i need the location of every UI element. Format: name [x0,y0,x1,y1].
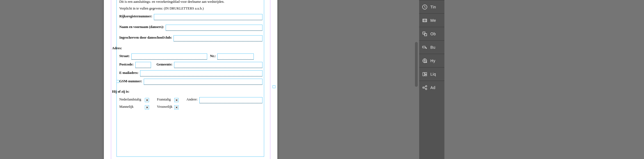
label-email: E-mailadres: [119,71,138,76]
hyperlinks-icon [422,58,428,64]
share-icon [422,85,428,90]
panel-object-states[interactable]: Ob [419,27,444,40]
field-email[interactable] [140,70,262,76]
field-gsm[interactable] [144,79,262,85]
panel-label: Ob [430,32,436,36]
label-mannelijk: Mannelijk [119,104,143,109]
liquid-layout-icon [422,71,428,77]
panel-timing[interactable]: Tin [419,0,444,13]
mandatory-text: Verplicht in te vullen gegevens: (IN DRU… [119,6,262,11]
svg-rect-4 [423,46,425,48]
document-content: Dit is een aansluitings- en verzekerings… [119,0,262,111]
panel-label: Bu [430,45,435,50]
checkbox-franstalig[interactable] [174,98,179,102]
right-panel-strip: Tin Me Ob Bu Hy Liq Ad [419,0,444,159]
label-andere: Andere: [186,97,198,102]
panel-buttons[interactable]: Bu [419,40,444,54]
label-nederlandstalig: Nederlandstalig [119,97,143,102]
svg-rect-1 [423,19,427,22]
label-postcode: Postcode: [119,62,134,67]
frame-handle-left[interactable] [117,80,119,83]
label-rijksregister: Rijksregisternummer: [119,14,152,19]
label-straat: Straat: [119,54,130,59]
vertical-scrollbar[interactable] [415,42,418,87]
object-states-icon [422,31,428,37]
section-hijzij: Hij of zij is: [112,85,262,96]
checkbox-mannelijk[interactable] [145,105,149,109]
panel-label: Ad [430,85,435,90]
frame-handle-right[interactable] [273,85,275,88]
panel-hyperlinks[interactable]: Hy [419,54,444,67]
svg-rect-8 [425,75,427,76]
label-ingeschreven: Ingeschreven door dansschool/club: [119,35,172,40]
svg-point-9 [423,87,424,88]
svg-point-10 [426,85,427,87]
label-nr: Nr.: [210,54,216,59]
field-postcode[interactable] [135,62,151,68]
panel-adobe[interactable]: Ad [419,81,444,94]
checkbox-vrouwelijk[interactable] [174,105,179,109]
svg-rect-3 [424,34,427,36]
page: Dit is een aansluitings- en verzekerings… [104,0,277,159]
label-naam: Naam en voornaam (dansers): [119,25,164,30]
panel-label: Hy [430,59,435,63]
field-rijksregister[interactable] [154,14,262,20]
field-ingeschreven[interactable] [173,35,262,41]
field-nr[interactable] [217,53,254,60]
label-franstalig: Franstalig [157,97,173,102]
panel-liquid[interactable]: Liq [419,67,444,81]
field-andere[interactable] [199,97,262,103]
section-adres: Adres: [112,42,262,53]
field-gemeente[interactable] [174,62,262,68]
field-straat[interactable] [131,53,207,60]
media-icon [422,18,428,23]
checkbox-nederlandstalig[interactable] [145,98,149,102]
label-gemeente: Gemeente: [157,62,173,67]
document-pasteboard[interactable]: Dit is een aansluitings- en verzekerings… [0,0,415,159]
panel-label: Me [430,18,436,23]
panel-label: Liq [430,72,436,76]
svg-rect-7 [425,73,427,74]
field-naam[interactable] [166,25,262,31]
panel-label: Tin [430,5,436,9]
label-vrouwelijk: Vrouwelijk [157,104,173,109]
buttons-icon [422,45,428,50]
svg-rect-2 [423,32,425,34]
intro-text: Dit is een aansluitings- en verzekerings… [119,0,262,4]
svg-rect-6 [423,73,424,76]
clock-icon [422,4,428,10]
panel-media[interactable]: Me [419,13,444,27]
svg-point-11 [426,88,427,90]
label-gsm: GSM-nummer: [119,79,142,84]
